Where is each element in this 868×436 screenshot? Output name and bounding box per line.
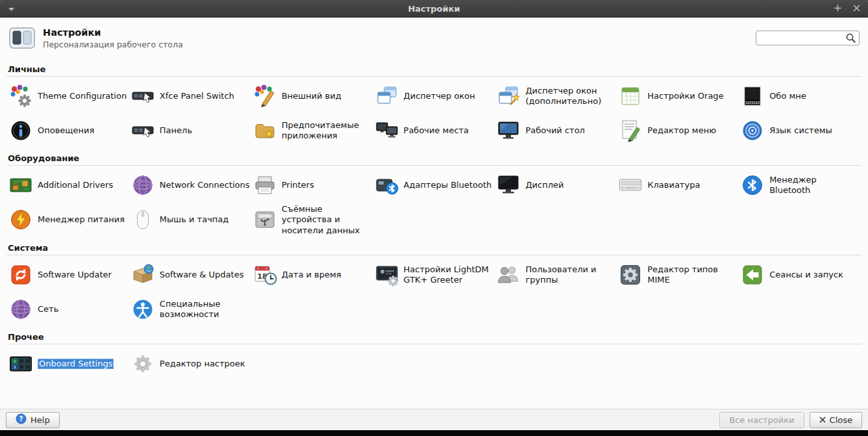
bottom-panel-strip — [0, 430, 868, 436]
close-icon — [819, 415, 826, 425]
settings-item-removable-drives[interactable]: Съёмные устройства и носители данных — [252, 203, 373, 237]
settings-item-software-updater[interactable]: Software Updater — [8, 259, 129, 291]
settings-item-settings-editor[interactable]: Редактор настроек — [130, 348, 251, 380]
settings-item-label: Пользователи и группы — [525, 264, 615, 286]
maximize-button[interactable] — [832, 3, 843, 14]
settings-item-orage-calendar[interactable]: Настройки Orage — [617, 80, 738, 112]
settings-section: ПрочееOBOnboard SettingsРедактор настрое… — [6, 327, 862, 382]
panel-icon — [130, 118, 155, 143]
settings-item-mouse[interactable]: Мышь и тачпад — [130, 203, 251, 237]
settings-item-window-manager[interactable]: Диспетчер окон — [374, 80, 495, 112]
accessibility-icon — [130, 297, 155, 322]
settings-item-bluetooth-adapters[interactable]: Адаптеры Bluetooth — [374, 169, 495, 201]
notifications-icon — [8, 118, 33, 143]
settings-item-accessibility[interactable]: Специальные возможности — [130, 293, 251, 326]
settings-item-appearance[interactable]: Внешний вид — [252, 80, 373, 112]
settings-section: ЛичныеTheme ConfigurationXfce Panel Swit… — [6, 60, 862, 149]
section-title: Оборудование — [6, 149, 862, 166]
settings-item-preferred-applications[interactable]: Предпочитаемые приложения — [252, 114, 373, 147]
window-manager-icon — [375, 84, 399, 109]
page-title: Настройки — [43, 27, 183, 38]
settings-item-power-manager[interactable]: Менеджер питания — [8, 203, 129, 237]
settings-items-grid: Additional DriversNetwork ConnectionsPri… — [6, 166, 862, 238]
settings-item-session-startup[interactable]: Сеансы и запуск — [739, 259, 860, 291]
settings-item-label: Сеть — [38, 304, 58, 314]
settings-item-label: Редактор настроек — [160, 359, 245, 369]
settings-item-label: Предпочитаемые приложения — [282, 120, 372, 142]
settings-item-label: Рабочие места — [404, 125, 469, 136]
search-input[interactable] — [756, 31, 860, 45]
settings-item-menu-editor[interactable]: Редактор меню — [617, 114, 738, 147]
all-settings-button[interactable]: Все настройки — [719, 412, 804, 428]
settings-item-window-manager-tweaks[interactable]: Диспетчер окон (дополнительно) — [495, 80, 616, 112]
settings-item-about-me[interactable]: 1829102Обо мне — [739, 80, 860, 112]
settings-window: Настройки Настройки Персон — [0, 0, 868, 436]
mime-editor-icon — [618, 263, 643, 287]
section-title: Система — [6, 238, 862, 255]
settings-item-keyboard[interactable]: Клавиатура — [617, 169, 738, 201]
settings-item-label: Редактор меню — [647, 125, 716, 136]
settings-item-label: Рабочий стол — [525, 125, 584, 136]
settings-item-label: Printers — [282, 180, 314, 190]
settings-item-language[interactable]: Язык системы — [739, 114, 860, 147]
settings-manager-icon — [8, 25, 36, 51]
settings-item-theme-configuration[interactable]: Theme Configuration — [8, 80, 129, 112]
settings-item-label: Язык системы — [769, 125, 832, 136]
settings-item-label: Диспетчер окон — [404, 91, 475, 101]
settings-item-label: Theme Configuration — [38, 91, 127, 101]
settings-item-label: Software Updater — [38, 270, 112, 280]
display-icon — [496, 173, 521, 198]
sections: ЛичныеTheme ConfigurationXfce Panel Swit… — [0, 58, 868, 409]
orage-calendar-icon — [618, 84, 643, 109]
language-icon — [740, 118, 765, 143]
svg-text:1829102: 1829102 — [745, 101, 760, 105]
settings-item-label: Менеджер питания — [38, 214, 125, 225]
section-title: Прочее — [6, 327, 862, 344]
settings-item-network-connections[interactable]: Network Connections — [130, 169, 251, 201]
settings-item-mime-editor[interactable]: Редактор типов MIME — [617, 259, 738, 291]
settings-item-additional-drivers[interactable]: Additional Drivers — [8, 169, 129, 201]
lightdm-greeter-icon — [375, 263, 399, 287]
bluetooth-manager-icon — [740, 173, 765, 198]
window-menu-button[interactable] — [6, 3, 16, 14]
settings-item-label: Мышь и тачпад — [160, 214, 229, 225]
settings-item-notifications[interactable]: Оповещения — [8, 114, 129, 147]
settings-item-bluetooth-manager[interactable]: Менеджер Bluetooth — [739, 169, 860, 201]
settings-item-label: Сеансы и запуск — [769, 270, 843, 280]
datetime-icon: 18 — [253, 263, 277, 287]
keyboard-icon — [618, 173, 643, 198]
window-title: Настройки — [408, 4, 460, 14]
section-title: Личные — [6, 60, 862, 77]
settings-section: ОборудованиеAdditional DriversNetwork Co… — [6, 149, 862, 238]
settings-item-panel-switch[interactable]: Xfce Panel Switch — [130, 80, 251, 112]
settings-item-label: Настройки Orage — [647, 91, 723, 101]
users-groups-icon — [496, 263, 521, 287]
settings-item-network[interactable]: Сеть — [8, 293, 129, 326]
settings-item-label: Onboard Settings — [38, 359, 114, 369]
settings-item-onboard[interactable]: OBOnboard Settings — [8, 348, 129, 380]
settings-item-software-updates[interactable]: Software & Updates — [130, 259, 251, 291]
settings-item-label: Адаптеры Bluetooth — [404, 180, 492, 190]
onboard-icon: OB — [8, 352, 33, 376]
settings-item-display[interactable]: Дисплей — [495, 169, 616, 201]
panel-switch-icon — [130, 84, 155, 109]
settings-item-workspaces[interactable]: Рабочие места — [374, 114, 495, 147]
close-button[interactable]: Close — [810, 412, 862, 428]
settings-items-grid: Software UpdaterSoftware & Updates18Дата… — [6, 255, 862, 327]
settings-item-users-groups[interactable]: Пользователи и группы — [495, 259, 616, 291]
settings-item-printers[interactable]: Printers — [252, 169, 373, 201]
preferred-applications-icon — [253, 118, 277, 143]
settings-item-label: Software & Updates — [160, 270, 244, 280]
software-updates-icon — [130, 263, 155, 287]
close-window-button[interactable] — [851, 3, 862, 14]
settings-item-panel[interactable]: Панель — [130, 114, 251, 147]
help-button-label: Help — [31, 415, 50, 425]
settings-item-datetime[interactable]: 18Дата и время — [252, 259, 373, 291]
help-button[interactable]: ? Help — [6, 412, 60, 428]
settings-item-label: Менеджер Bluetooth — [769, 175, 860, 196]
settings-item-lightdm-greeter[interactable]: Настройки LightDM GTK+ Greeter — [374, 259, 495, 291]
power-manager-icon — [8, 207, 33, 232]
settings-section: СистемаSoftware UpdaterSoftware & Update… — [6, 238, 862, 327]
settings-item-desktop[interactable]: Рабочий стол — [495, 114, 616, 147]
svg-text:?: ? — [19, 415, 23, 422]
